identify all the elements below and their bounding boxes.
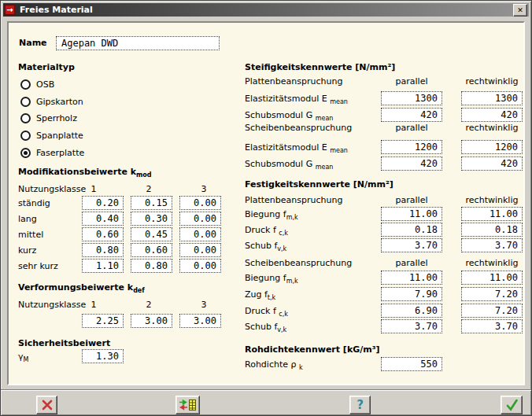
radio-gipskarton[interactable]: Gipskarton [20,96,83,108]
close-button[interactable]: ✕ [513,4,527,17]
steif-platten-e-parallel[interactable] [381,91,442,105]
mod-row-label: lang [18,214,37,224]
steif-platten-g-rechtwinklig[interactable] [461,108,523,122]
biegung-label: Biegung fm,k [245,273,298,283]
festigkeit-heading: Festigkeitskennwerte [N/mm²] [245,179,393,190]
col-parallel: parallel [381,258,442,268]
dialog-body: Name Materialtyp OSB Gipskarton Sperrhol… [7,21,525,385]
verf-klasse-2: 2 [142,300,155,310]
close-icon: ✕ [517,6,523,14]
fest-scheiben-zug-rechtwinklig[interactable] [461,287,523,301]
steif-scheiben-e-parallel[interactable] [381,140,442,154]
ok-button[interactable] [501,396,523,414]
steif-platten-e-rechtwinklig[interactable] [461,91,523,105]
fest-scheiben-schub-rechtwinklig[interactable] [461,319,523,333]
kmod-sehrkurz-nk3[interactable] [179,259,221,273]
kmod-lang-nk1[interactable] [82,212,124,226]
col-parallel: parallel [381,76,442,87]
steif-scheiben-g-rechtwinklig[interactable] [461,156,523,171]
kmod-staendig-nk1[interactable] [82,196,124,210]
fest-scheiben-zug-parallel[interactable] [381,287,442,301]
col-rechtwinklig: rechtwinklig [461,123,523,133]
fest-scheiben-schub-parallel[interactable] [381,319,442,333]
materialtyp-heading: Materialtyp [18,62,75,73]
fest-scheiben-biegung-rechtwinklig[interactable] [461,271,523,285]
druck-label: Druck f c,k [245,225,288,235]
fest-platten-biegung-rechtwinklig[interactable] [461,207,523,221]
radio-spanplatte[interactable]: Spanplatte [20,130,83,142]
radio-label: Spanplatte [36,131,83,141]
fest-platten-schub-parallel[interactable] [381,238,442,252]
emodul-label: Elastizitätsmodul E mean [245,94,348,104]
rohdichte-label: Rohdichte ρ k [245,359,303,370]
verf-klasse-3: 3 [198,300,210,310]
mod-nutzungsklasse-label: Nutzungsklasse [18,184,86,194]
sicherheit-heading: Sicherheitsbeiwert [18,338,110,349]
kmod-kurz-nk1[interactable] [82,243,124,257]
schub-label: Schub fv,k [245,322,286,332]
kdef-nk1[interactable] [82,314,124,328]
steifigkeit-heading: Steifigkeitskennwerte [N/mm²] [245,62,395,73]
col-rechtwinklig: rechtwinklig [461,258,523,268]
kmod-mittel-nk2[interactable] [131,227,172,241]
app-arrow-icon: → [5,5,15,15]
mod-klasse-1: 1 [87,184,100,194]
fest-platten-schub-rechtwinklig[interactable] [461,238,523,252]
steif-scheiben-g-parallel[interactable] [381,156,442,171]
dialog-freies-material: → Freies Material ✕ Name Materialtyp OSB… [0,0,532,416]
gamma-m-label: γM [18,352,28,362]
fest-scheiben-druck-parallel[interactable] [381,304,442,318]
radio-osb[interactable]: OSB [20,79,54,90]
steif-platten-g-parallel[interactable] [381,108,442,122]
transfer-table-icon [179,399,197,411]
radio-label: Sperrholz [36,113,77,123]
gamma-m-input[interactable] [82,349,124,363]
kdef-nk3[interactable] [179,314,221,328]
kmod-mittel-nk3[interactable] [179,227,221,241]
steif-scheiben-e-rechtwinklig[interactable] [461,140,523,154]
mod-row-label: sehr kurz [18,261,58,271]
col-rechtwinklig: rechtwinklig [461,195,523,205]
fest-scheiben-druck-rechtwinklig[interactable] [461,304,523,318]
fest-scheiben-biegung-parallel[interactable] [381,271,442,285]
gmodul-label: Schubsmodul G mean [245,110,333,120]
kmod-sehrkurz-nk2[interactable] [131,259,172,273]
radio-label: Faserplatte [36,148,84,158]
button-bar: ? [1,389,531,416]
kmod-kurz-nk2[interactable] [131,243,172,257]
kmod-sehrkurz-nk1[interactable] [82,259,124,273]
mod-klasse-3: 3 [198,184,210,194]
kmod-mittel-nk1[interactable] [82,227,124,241]
fest-platten-biegung-parallel[interactable] [381,207,442,221]
transfer-to-table-button[interactable] [175,396,200,414]
fest-scheiben-label: Scheibenbeanspruchung [245,258,352,268]
kmod-staendig-nk2[interactable] [131,196,172,210]
kmod-kurz-nk3[interactable] [179,243,221,257]
kmod-staendig-nk3[interactable] [179,196,221,210]
steif-scheiben-label: Scheibenbeanspruchung [245,123,352,133]
col-parallel: parallel [381,195,442,205]
radio-icon [20,79,31,90]
kmod-lang-nk2[interactable] [131,212,172,226]
fest-platten-druck-parallel[interactable] [381,223,442,237]
help-icon: ? [357,399,364,411]
rohdichte-input[interactable] [381,357,442,371]
window-title: Freies Material [20,5,93,15]
kmod-lang-nk3[interactable] [179,212,221,226]
name-input[interactable] [56,36,220,50]
radio-sperrholz[interactable]: Sperrholz [20,112,77,124]
mod-klasse-2: 2 [142,184,155,194]
col-rechtwinklig: rechtwinklig [461,76,523,87]
cancel-button[interactable] [36,396,57,414]
radio-icon [20,97,31,107]
fest-platten-druck-rechtwinklig[interactable] [461,223,523,237]
mod-row-label: mittel [18,230,43,240]
radio-label: OSB [36,79,54,90]
zug-label: Zug ft,k [245,289,275,300]
kdef-nk2[interactable] [131,314,172,328]
radio-faserplatte[interactable]: Faserplatte [20,147,84,159]
schub-label: Schub fv,k [245,241,286,251]
emodul-label: Elastizitätsmodul E mean [245,142,348,153]
fest-platten-label: Plattenbeanspruchung [245,195,342,205]
help-button[interactable]: ? [349,396,371,414]
